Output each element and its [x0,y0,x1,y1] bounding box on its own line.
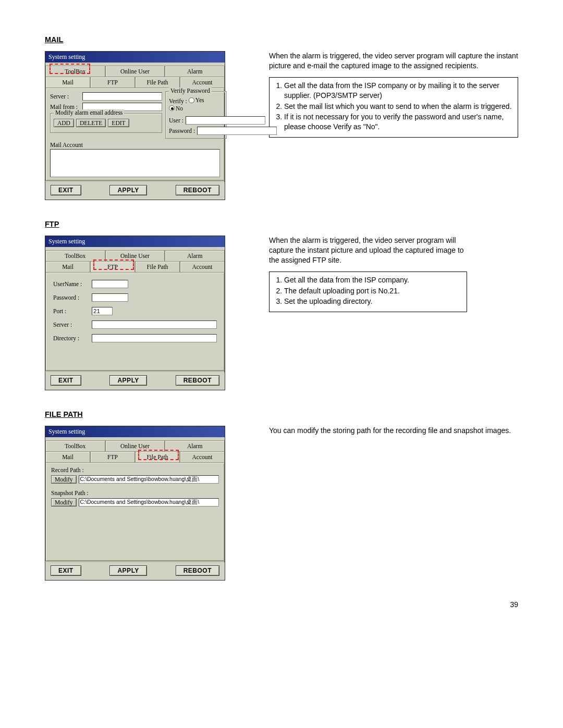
tab-mail[interactable]: Mail [45,77,90,88]
tab-account[interactable]: Account [180,261,225,272]
label-directory: Directory : [53,335,90,341]
input-username[interactable] [92,280,128,288]
edit-button[interactable]: EDIT [108,119,129,127]
mail-account-list[interactable] [50,149,220,177]
dialog-filepath: System setting ToolBox Online User Alarm… [45,426,225,581]
panel-mail: Server : Mail from : Modify alarm email … [45,88,225,181]
note-item: Set the mail list which you want to send… [284,102,513,112]
heading-mail: MAIL [45,35,518,44]
tabstrip: ToolBox Online User Alarm Mail FTP File … [45,63,225,88]
desc-mail: When the alarm is triggered, the video s… [269,51,518,71]
tab-account[interactable]: Account [180,77,225,88]
apply-button[interactable]: APPLY [109,185,146,195]
add-button[interactable]: ADD [54,119,74,127]
label-ftp-server: Server : [53,322,90,328]
radio-no-label: No [176,105,183,112]
input-ftp-password[interactable] [92,293,128,302]
label-snapshot-path: Snapshot Path : [51,490,219,496]
label-ftp-password: Password : [53,294,90,301]
note-item: If it is not necessary for you to verify… [284,112,513,132]
radio-no[interactable]: No [169,105,183,112]
section-filepath: FILE PATH System setting ToolBox Online … [45,410,518,581]
tab-toolbox[interactable]: ToolBox [45,66,105,77]
heading-filepath: FILE PATH [45,410,518,418]
tab-toolbox[interactable]: ToolBox [45,250,105,261]
tab-file-path[interactable]: File Path [135,451,180,462]
dialog-mail: System setting ToolBox Online User Alarm… [45,51,225,200]
dialog-title: System setting [45,52,225,63]
note-item: Set the uploading directory. [284,297,462,306]
reboot-button[interactable]: REBOOT [176,565,219,576]
input-user[interactable] [186,116,265,125]
tab-ftp[interactable]: FTP [90,77,135,88]
tab-mail[interactable]: Mail [45,451,90,462]
radio-yes-label: Yes [195,97,204,103]
tab-online-user[interactable]: Online User [105,66,165,77]
desc-ftp: When the alarm is triggered, the video s… [269,236,467,265]
label-user: User : [169,117,183,124]
dialog-title: System setting [45,426,225,437]
input-password[interactable] [197,127,277,135]
label-port: Port : [53,308,90,314]
exit-button[interactable]: EXIT [51,185,81,195]
modify-record-button[interactable]: Modify [51,475,77,484]
tab-online-user[interactable]: Online User [105,250,165,261]
note-item: The default uploading port is No.21. [284,286,462,296]
section-mail: MAIL System setting ToolBox Online User … [45,35,518,200]
tab-online-user[interactable]: Online User [105,440,165,451]
tab-ftp[interactable]: FTP [90,451,135,462]
radio-yes[interactable]: Yes [189,97,204,103]
input-snapshot-path[interactable] [79,498,219,507]
tab-alarm[interactable]: Alarm [165,66,225,77]
note-item: Get all the data from the ISP company or… [284,81,513,101]
dialog-title: System setting [45,236,225,247]
input-ftp-server[interactable] [92,320,217,329]
apply-button[interactable]: APPLY [109,375,146,386]
dialog-ftp: System setting ToolBox Online User Alarm… [45,236,225,390]
tab-toolbox[interactable]: ToolBox [45,440,105,451]
tab-ftp[interactable]: FTP [90,261,135,272]
tab-alarm[interactable]: Alarm [165,440,225,451]
label-username: UserName : [53,281,90,287]
note-item: Get all the data from the ISP company. [284,275,462,285]
label-mail-account: Mail Account [50,142,220,148]
label-password: Password : [169,128,195,134]
exit-button[interactable]: EXIT [51,565,81,576]
input-port[interactable] [92,307,113,315]
tab-mail[interactable]: Mail [45,261,90,272]
tab-file-path[interactable]: File Path [135,77,180,88]
page-number: 39 [45,600,518,609]
section-ftp: FTP System setting ToolBox Online User A… [45,220,518,390]
heading-ftp: FTP [45,220,518,228]
input-directory[interactable] [92,334,217,342]
notes-ftp: Get all the data from the ISP company. T… [269,272,467,313]
modify-snapshot-button[interactable]: Modify [51,498,77,507]
footer-buttons: EXIT APPLY REBOOT [45,182,225,200]
input-server[interactable] [82,92,162,101]
apply-button[interactable]: APPLY [109,565,146,576]
reboot-button[interactable]: REBOOT [176,185,219,195]
reboot-button[interactable]: REBOOT [176,375,219,386]
tab-alarm[interactable]: Alarm [165,250,225,261]
group-modify-title: Modify alarm email address [54,109,124,116]
label-server: Server : [50,93,80,100]
label-verify: Verify : [169,98,187,104]
tab-file-path[interactable]: File Path [135,261,180,272]
panel-filepath: Record Path : Modify Snapshot Path : Mod… [45,462,225,561]
panel-ftp: UserName : Password : Port : Server [45,272,225,371]
input-record-path[interactable] [79,475,219,484]
delete-button[interactable]: DELETE [76,119,106,127]
tab-account[interactable]: Account [180,451,225,462]
notes-mail: Get all the data from the ISP company or… [269,77,518,138]
label-record-path: Record Path : [51,467,219,473]
exit-button[interactable]: EXIT [51,375,81,386]
group-verify-title: Verify Password [169,88,212,94]
desc-filepath: You can modify the storing path for the … [269,426,518,436]
